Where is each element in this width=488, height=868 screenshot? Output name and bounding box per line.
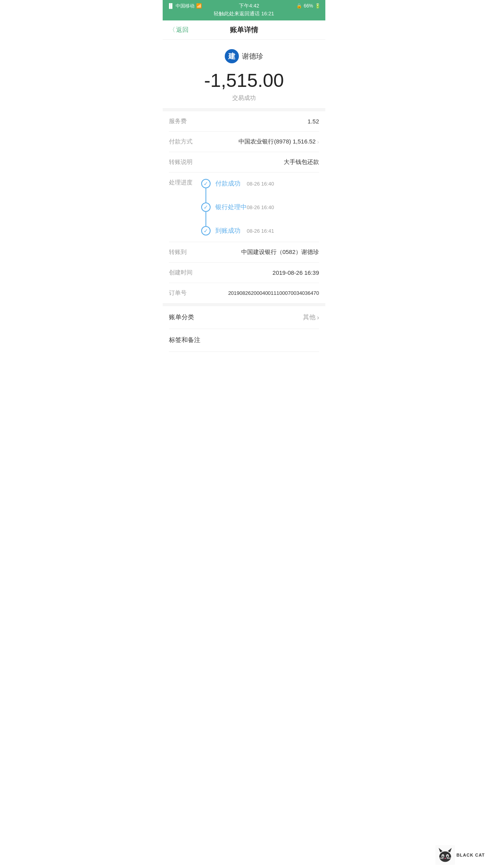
wifi-icon: 📶	[196, 3, 202, 9]
transfer-note-value: 大手钱包还款	[284, 158, 319, 166]
step-3-time: 08-26 16:41	[247, 228, 274, 234]
battery-icon: 🔋	[315, 3, 321, 9]
merchant-row: 建 谢德珍	[169, 49, 319, 63]
back-button[interactable]: 〈 返回	[169, 26, 189, 34]
progress-step-1: ✓ 付款成功 08-26 16:40	[200, 179, 274, 188]
section-separator	[163, 303, 325, 306]
back-chevron-icon: 〈	[169, 26, 175, 34]
order-no-label: 订单号	[169, 289, 187, 297]
progress-steps: ✓ 付款成功 08-26 16:40 ✓	[200, 179, 274, 235]
transfer-to-value: 中国建设银行（0582）谢德珍	[241, 248, 319, 256]
transfer-note-label: 转账说明	[169, 158, 193, 166]
battery-percent: 66%	[304, 3, 313, 9]
page-title: 账单详情	[230, 25, 258, 35]
payment-method-value: 中国农业银行(8978) 1,516.52 ›	[238, 138, 319, 145]
connector-1	[200, 188, 274, 202]
transaction-amount: -1,515.00	[169, 70, 319, 91]
create-time-value: 2019-08-26 16:39	[273, 269, 319, 276]
carrier-info: ▐▌ 中国移动 📶	[167, 3, 202, 9]
tags-label: 标签和备注	[169, 336, 200, 344]
progress-step-3: ✓ 到账成功 08-26 16:41	[200, 226, 274, 235]
progress-step-2: ✓ 银行处理中 08-26 16:40	[200, 202, 274, 212]
step-3-dot: ✓	[201, 226, 211, 235]
transfer-note-row: 转账说明 大手钱包还款	[169, 152, 319, 173]
nav-bar: 〈 返回 账单详情	[163, 20, 325, 40]
step-1-time: 08-26 16:40	[247, 181, 274, 187]
connector-2	[200, 212, 274, 226]
step-2-label: 银行处理中	[215, 203, 247, 211]
bottom-section: 账单分类 其他 › 标签和备注	[163, 306, 325, 352]
transfer-to-row: 转账到 中国建设银行（0582）谢德珍	[169, 242, 319, 263]
header-section: 建 谢德珍 -1,515.00 交易成功	[163, 40, 325, 111]
transfer-to-label: 转账到	[169, 248, 187, 256]
service-fee-row: 服务费 1.52	[169, 111, 319, 132]
step-2-dot: ✓	[201, 202, 211, 212]
order-no-row: 订单号 20190826200040011100070034036470	[169, 283, 319, 303]
service-fee-value: 1.52	[308, 118, 319, 125]
carrier-name: 中国移动	[176, 3, 194, 9]
lock-icon: 🔒	[296, 3, 302, 9]
create-time-label: 创建时间	[169, 269, 193, 276]
status-bar: ▐▌ 中国移动 📶 下午4:42 🔒 66% 🔋 轻触此处来返回通话 16:21	[163, 0, 325, 20]
order-no-value: 20190826200040011100070034036470	[228, 290, 319, 296]
category-row[interactable]: 账单分类 其他 ›	[169, 306, 319, 329]
step-3-label: 到账成功	[215, 227, 240, 235]
chevron-right-icon: ›	[317, 139, 319, 145]
tags-row[interactable]: 标签和备注	[169, 329, 319, 352]
step-2-time: 08-26 16:40	[247, 204, 274, 210]
step-1-label: 付款成功	[215, 180, 240, 188]
call-banner[interactable]: 轻触此处来返回通话 16:21	[167, 9, 321, 19]
svg-text:建: 建	[228, 52, 236, 60]
detail-section: 服务费 1.52 付款方式 中国农业银行(8978) 1,516.52 › 转账…	[163, 111, 325, 303]
payment-method-row[interactable]: 付款方式 中国农业银行(8978) 1,516.52 ›	[169, 132, 319, 152]
step-1-dot: ✓	[201, 179, 211, 188]
category-label: 账单分类	[169, 313, 194, 322]
create-time-row: 创建时间 2019-08-26 16:39	[169, 263, 319, 283]
category-value: 其他 ›	[303, 313, 319, 322]
progress-label: 处理进度	[169, 179, 200, 186]
back-label: 返回	[176, 26, 189, 34]
time-display: 下午4:42	[239, 2, 259, 9]
signal-icon: ▐▌	[167, 3, 174, 9]
battery-info: 🔒 66% 🔋	[296, 3, 321, 9]
payment-method-label: 付款方式	[169, 138, 193, 145]
service-fee-label: 服务费	[169, 118, 187, 125]
category-chevron-icon: ›	[317, 314, 319, 321]
progress-row: 处理进度 ✓ 付款成功 08-26 16:40	[169, 173, 319, 242]
transaction-status: 交易成功	[169, 94, 319, 102]
merchant-icon: 建	[225, 49, 239, 63]
merchant-name: 谢德珍	[242, 51, 263, 61]
